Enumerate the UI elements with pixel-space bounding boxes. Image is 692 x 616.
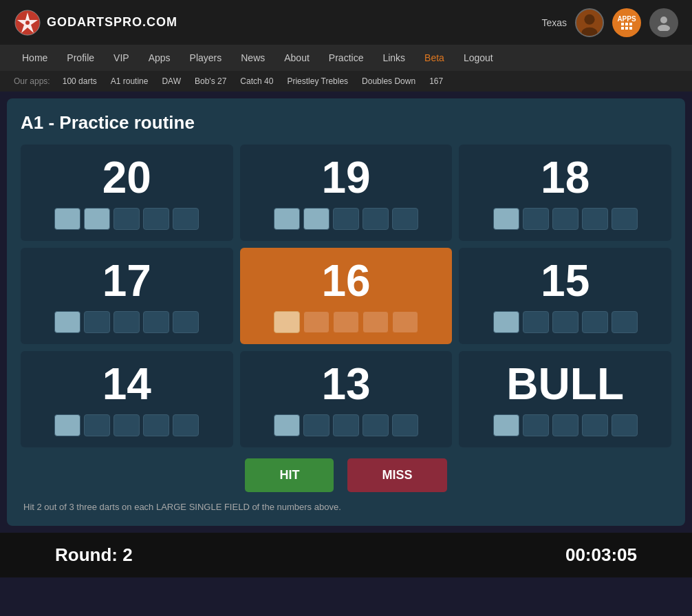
box-13-4[interactable] [363, 414, 389, 436]
nav-players[interactable]: Players [182, 50, 230, 66]
nav-about[interactable]: About [276, 50, 318, 66]
box-19-4[interactable] [363, 208, 389, 230]
box-18-3[interactable] [552, 208, 579, 230]
box-13-2[interactable] [303, 414, 329, 436]
cell-17: 17 [21, 248, 233, 344]
box-18-2[interactable] [523, 208, 549, 230]
box-19-3[interactable] [333, 208, 359, 230]
box-15-4[interactable] [582, 311, 608, 333]
number-15: 15 [541, 259, 590, 303]
box-16-1[interactable] [274, 311, 300, 333]
box-20-1[interactable] [54, 208, 80, 230]
header-right: Texas APPS [541, 8, 678, 37]
nav-home[interactable]: Home [14, 50, 56, 66]
logo-icon [14, 9, 41, 36]
box-15-1[interactable] [493, 311, 519, 333]
box-16-4[interactable] [363, 311, 389, 333]
miss-button[interactable]: MISS [347, 458, 446, 492]
box-19-5[interactable] [392, 208, 418, 230]
box-20-2[interactable] [84, 208, 110, 230]
nav-beta[interactable]: Beta [416, 50, 453, 66]
hit-button[interactable]: HIT [245, 458, 334, 492]
subnav-bobs27[interactable]: Bob's 27 [189, 75, 232, 87]
boxes-20 [54, 208, 199, 230]
svg-rect-8 [629, 23, 632, 25]
apps-badge[interactable]: APPS [612, 8, 641, 37]
nav-links[interactable]: Links [374, 50, 413, 66]
box-17-3[interactable] [113, 311, 140, 333]
box-bull-3[interactable] [552, 414, 579, 436]
number-16: 16 [321, 259, 370, 303]
subnav-167[interactable]: 167 [424, 75, 448, 87]
logo-area: GODARTSPRO.COM [14, 9, 177, 36]
box-20-3[interactable] [113, 208, 140, 230]
sub-nav: Our apps: 100 darts A1 routine DAW Bob's… [0, 71, 692, 92]
box-bull-5[interactable] [612, 414, 638, 436]
box-18-4[interactable] [582, 208, 608, 230]
nav-profile[interactable]: Profile [58, 50, 102, 66]
box-17-2[interactable] [84, 311, 110, 333]
box-14-4[interactable] [143, 414, 169, 436]
main-panel: A1 - Practice routine 20 19 [7, 98, 685, 526]
box-18-1[interactable] [493, 208, 519, 230]
box-19-1[interactable] [274, 208, 300, 230]
cell-bull: BULL [459, 351, 671, 447]
nav-practice[interactable]: Practice [321, 50, 372, 66]
box-20-5[interactable] [173, 208, 199, 230]
nav-vip[interactable]: VIP [105, 50, 138, 66]
round-display: Round: 2 [55, 544, 133, 566]
cell-20: 20 [21, 145, 233, 241]
subnav-a1routine[interactable]: A1 routine [105, 75, 154, 87]
number-13: 13 [321, 362, 370, 406]
page-title: A1 - Practice routine [21, 112, 671, 134]
instruction-text: Hit 2 out of 3 three darts on each LARGE… [21, 502, 671, 512]
subnav-priestley[interactable]: Priestley Trebles [281, 75, 354, 87]
box-17-5[interactable] [173, 311, 199, 333]
box-14-5[interactable] [173, 414, 199, 436]
nav-apps[interactable]: Apps [140, 50, 179, 66]
cell-15: 15 [459, 248, 671, 344]
box-13-5[interactable] [392, 414, 418, 436]
box-13-3[interactable] [333, 414, 359, 436]
box-13-1[interactable] [274, 414, 300, 436]
main-nav: Home Profile VIP Apps Players News About… [0, 45, 692, 71]
box-16-3[interactable] [333, 311, 359, 333]
avatar-image[interactable] [575, 8, 604, 37]
boxes-15 [493, 311, 638, 333]
box-15-3[interactable] [552, 311, 579, 333]
subnav-100darts[interactable]: 100 darts [57, 75, 102, 87]
svg-rect-10 [625, 27, 628, 30]
subnav-daw[interactable]: DAW [156, 75, 186, 87]
cell-13: 13 [240, 351, 453, 447]
boxes-17 [54, 311, 199, 333]
subnav-doubles[interactable]: Doubles Down [356, 75, 421, 87]
box-bull-2[interactable] [523, 414, 549, 436]
box-17-1[interactable] [54, 311, 80, 333]
svg-rect-11 [629, 27, 632, 30]
box-14-1[interactable] [54, 414, 80, 436]
box-18-5[interactable] [612, 208, 638, 230]
box-19-2[interactable] [303, 208, 329, 230]
box-15-2[interactable] [523, 311, 549, 333]
cell-16: 16 [240, 248, 453, 344]
header: GODARTSPRO.COM Texas APPS [0, 0, 692, 45]
svg-rect-6 [621, 23, 624, 25]
nav-news[interactable]: News [233, 50, 273, 66]
box-16-5[interactable] [392, 311, 418, 333]
boxes-18 [493, 208, 638, 230]
nav-logout[interactable]: Logout [455, 50, 501, 66]
box-bull-1[interactable] [493, 414, 519, 436]
svg-rect-7 [625, 23, 628, 25]
boxes-16 [274, 311, 418, 333]
apps-label: APPS [617, 15, 636, 23]
user-icon[interactable] [649, 8, 678, 37]
box-16-2[interactable] [303, 311, 329, 333]
box-14-2[interactable] [84, 414, 110, 436]
box-14-3[interactable] [113, 414, 140, 436]
practice-grid: 20 19 18 [21, 145, 671, 447]
box-17-4[interactable] [143, 311, 169, 333]
box-15-5[interactable] [612, 311, 638, 333]
subnav-catch40[interactable]: Catch 40 [235, 75, 279, 87]
box-bull-4[interactable] [582, 414, 608, 436]
box-20-4[interactable] [143, 208, 169, 230]
